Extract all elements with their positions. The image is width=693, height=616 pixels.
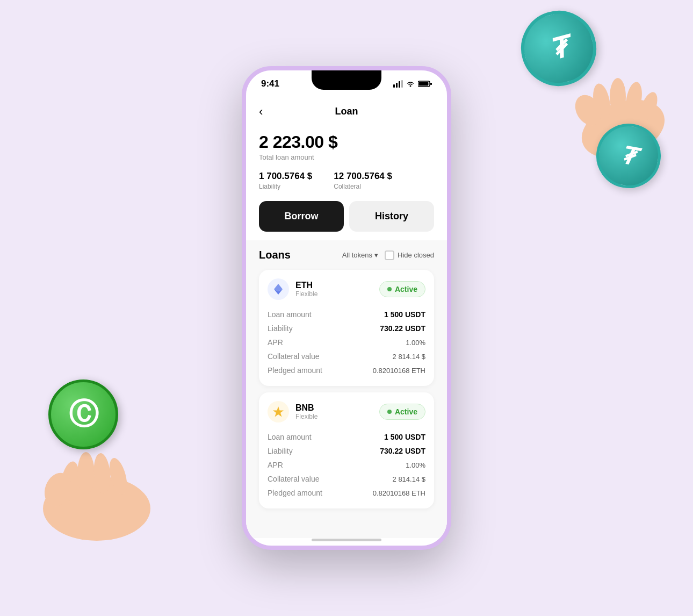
- svg-rect-15: [401, 80, 403, 88]
- phone-notch: [312, 70, 381, 90]
- eth-status: Active: [395, 285, 417, 293]
- liability-stat: 1 700.5764 $ Liability: [259, 171, 312, 190]
- bnb-pledged-value: 0.82010168 ETH: [373, 489, 425, 497]
- eth-active-dot: [387, 287, 392, 291]
- eth-coin-name: ETH: [295, 281, 317, 290]
- svg-marker-22: [273, 406, 284, 417]
- bnb-loan-details: Loan amount 1 500 USDT Liability 730.22 …: [268, 430, 425, 500]
- borrow-tab[interactable]: Borrow: [259, 201, 344, 232]
- loan-card-bnb-header: BNB Flexible Active: [268, 401, 425, 422]
- collateral-value: 12 700.5764 $: [334, 171, 392, 182]
- back-button[interactable]: ‹: [259, 105, 263, 119]
- eth-loan-amount-row: Loan amount 1 500 USDT: [268, 307, 425, 321]
- bnb-coin-info: BNB Flexible: [268, 401, 317, 422]
- eth-apr-label: APR: [268, 338, 283, 347]
- bnb-active-badge: Active: [379, 404, 425, 420]
- bnb-apr-label: APR: [268, 461, 283, 469]
- stats-row: 1 700.5764 $ Liability 12 700.5764 $ Col…: [259, 171, 434, 190]
- loans-header: Loans All tokens ▾ Hide closed: [259, 249, 434, 261]
- collateral-stat: 12 700.5764 $ Collateral: [334, 171, 392, 190]
- loan-card-eth[interactable]: ETH Flexible Active Loan amount 1 500: [259, 270, 434, 386]
- bnb-collateral-value-label: Collateral value: [268, 475, 320, 483]
- eth-pledged-value: 0.82010168 ETH: [373, 367, 425, 375]
- eth-collateral-value: 2 814.14 $: [393, 353, 425, 361]
- eth-coin-type: Flexible: [295, 290, 317, 298]
- svg-rect-18: [419, 82, 429, 86]
- bnb-collateral-value-row: Collateral value 2 814.14 $: [268, 472, 425, 486]
- eth-collateral-value-label: Collateral value: [268, 352, 320, 361]
- eth-apr-value: 1.00%: [406, 339, 425, 347]
- status-time: 9:41: [261, 78, 279, 89]
- eth-liability-row: Liability 730.22 USDT: [268, 321, 425, 335]
- bnb-collateral-value: 2 814.14 $: [393, 475, 425, 483]
- bnb-icon: [268, 401, 289, 422]
- eth-collateral-value-row: Collateral value 2 814.14 $: [268, 349, 425, 363]
- eth-pledged-label: Pledged amount: [268, 366, 322, 375]
- svg-point-16: [410, 85, 412, 87]
- bnb-liability-label: Liability: [268, 447, 293, 455]
- eth-icon: [268, 278, 289, 300]
- svg-rect-19: [430, 83, 432, 85]
- header: ‹ Loan: [246, 97, 447, 121]
- all-tokens-filter[interactable]: All tokens ▾: [342, 251, 378, 259]
- bnb-active-dot: [387, 410, 392, 414]
- total-amount: 2 223.00 $: [259, 132, 434, 152]
- bnb-loan-amount-label: Loan amount: [268, 433, 312, 441]
- page-title: Loan: [335, 106, 358, 117]
- home-indicator: [312, 539, 381, 541]
- loan-card-eth-header: ETH Flexible Active: [268, 278, 425, 300]
- bnb-pledged-label: Pledged amount: [268, 489, 322, 497]
- wifi-icon: [406, 81, 415, 87]
- signal-icon: [393, 80, 403, 88]
- eth-pledged-row: Pledged amount 0.82010168 ETH: [268, 363, 425, 377]
- svg-point-8: [77, 452, 95, 495]
- bnb-coin-type: Flexible: [295, 413, 317, 420]
- loans-section: Loans All tokens ▾ Hide closed: [246, 240, 447, 538]
- loans-title: Loans: [259, 249, 291, 261]
- eth-loan-amount-value: 1 500 USDT: [384, 310, 425, 319]
- bnb-loan-amount-value: 1 500 USDT: [384, 433, 425, 441]
- hide-closed-checkbox[interactable]: [385, 250, 394, 260]
- svg-rect-12: [393, 84, 395, 88]
- eth-liability-label: Liability: [268, 324, 293, 333]
- svg-rect-14: [399, 81, 400, 88]
- bnb-apr-row: APR 1.00%: [268, 458, 425, 472]
- liability-value: 1 700.5764 $: [259, 171, 312, 182]
- screen: ‹ Loan 2 223.00 $ Total loan amount 1 70…: [246, 97, 447, 546]
- bnb-loan-amount-row: Loan amount 1 500 USDT: [268, 430, 425, 444]
- svg-rect-13: [396, 83, 398, 88]
- chevron-down-icon: ▾: [374, 251, 378, 259]
- battery-icon: [418, 80, 432, 88]
- liability-label: Liability: [259, 183, 312, 190]
- eth-coin-info: ETH Flexible: [268, 278, 317, 300]
- summary-section: 2 223.00 $ Total loan amount 1 700.5764 …: [246, 121, 447, 190]
- bnb-coin-name: BNB: [295, 403, 317, 413]
- status-icons: [393, 80, 432, 88]
- eth-liability-value: 730.22 USDT: [380, 324, 425, 333]
- filter-group: All tokens ▾ Hide closed: [342, 250, 434, 260]
- svg-point-2: [610, 78, 626, 116]
- bnb-status: Active: [395, 407, 417, 416]
- eth-apr-row: APR 1.00%: [268, 335, 425, 349]
- eth-loan-amount-label: Loan amount: [268, 310, 312, 319]
- eth-loan-details: Loan amount 1 500 USDT Liability 730.22 …: [268, 307, 425, 377]
- history-tab[interactable]: History: [349, 201, 434, 232]
- bnb-apr-value: 1.00%: [406, 461, 425, 469]
- total-label: Total loan amount: [259, 153, 434, 161]
- bnb-liability-value: 730.22 USDT: [380, 447, 425, 455]
- tab-row: Borrow History: [246, 201, 447, 240]
- collateral-label: Collateral: [334, 183, 392, 190]
- eth-active-badge: Active: [379, 281, 425, 297]
- bnb-liability-row: Liability 730.22 USDT: [268, 444, 425, 458]
- loan-card-bnb[interactable]: BNB Flexible Active Loan amount 1 500: [259, 392, 434, 508]
- phone-frame: 9:41: [242, 66, 451, 550]
- coin-green-decoration: Ⓒ: [48, 379, 118, 449]
- bnb-pledged-row: Pledged amount 0.82010168 ETH: [268, 486, 425, 500]
- all-tokens-label: All tokens: [342, 251, 372, 259]
- hide-closed-label: Hide closed: [398, 251, 434, 259]
- hide-closed-filter: Hide closed: [385, 250, 434, 260]
